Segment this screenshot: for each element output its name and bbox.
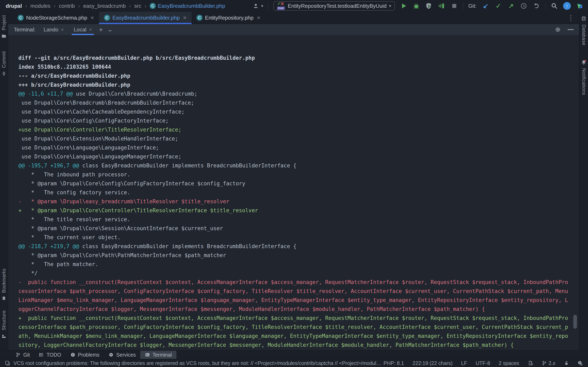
close-icon[interactable]: ×	[61, 26, 64, 33]
terminal-line: * The path matcher.	[18, 260, 576, 269]
git-branch-widget[interactable]: 2.x	[542, 360, 555, 366]
run-button[interactable]	[400, 2, 407, 10]
breadcrumb-root[interactable]: drupal	[6, 3, 22, 9]
breadcrumb-item[interactable]: easy_breadcrumb	[83, 3, 126, 9]
terminal-line: * The current user object.	[18, 233, 576, 242]
editor-tab[interactable]: C EntityRepository.php ×	[191, 12, 265, 24]
right-toolwindow-stripe: Database Notifications	[579, 12, 588, 350]
breadcrumb-item[interactable]: src	[134, 3, 141, 9]
breadcrumb-item[interactable]: contrib	[59, 3, 75, 9]
terminal-line: @@ -11,6 +11,7 @@ use Drupal\Core\Breadc…	[18, 89, 576, 98]
editor-tab-bar: C NodeStorageSchema.php × C EasyBreadcru…	[8, 12, 579, 24]
terminal-line: use Drupal\Core\Extension\ModuleHandlerI…	[18, 134, 576, 143]
gear-icon[interactable]	[555, 27, 561, 33]
encoding-widget[interactable]: UTF-8	[476, 360, 490, 366]
terminal-line: +use Drupal\Core\Controller\TitleResolve…	[18, 125, 576, 134]
terminal-scrollbar[interactable]	[573, 315, 577, 329]
remote-debug-button[interactable]	[438, 2, 445, 10]
close-icon[interactable]: ×	[183, 14, 187, 21]
toolwindow-switcher-icon[interactable]	[5, 360, 10, 366]
php-version-widget[interactable]: PHP: 8.1	[384, 360, 404, 366]
git-rollback-button[interactable]	[532, 2, 540, 10]
editor-tab[interactable]: C NodeStorageSchema.php ×	[13, 12, 99, 24]
left-toolwindow-stripe: Project Commit Bookmarks	[0, 12, 8, 350]
folder-icon	[1, 33, 7, 39]
git-actions-label: Git:	[468, 3, 476, 9]
help-settings-icon[interactable]: ?	[577, 360, 583, 366]
terminal-line: cessorInterface $path_processor, ConfigF…	[18, 323, 576, 332]
git-update-button[interactable]: ↙	[482, 2, 490, 10]
toolwindow-button-structure[interactable]: Structure	[1, 310, 7, 339]
php-class-icon: C	[104, 15, 110, 21]
terminal-line: @@ -195,7 +196,7 @@ class EasyBreadcrumb…	[18, 161, 576, 170]
commit-icon	[1, 71, 7, 76]
update-available-button[interactable]: ↑	[563, 2, 571, 10]
terminal-toolwindow-header: Terminal: Lando × Local × +	[8, 24, 579, 35]
stop-button[interactable]	[450, 2, 458, 10]
todo-list-icon	[39, 352, 44, 358]
toolbar-actions: ▾ ✓✕PHP EntityRepositoryTest.testloadEnt…	[252, 1, 584, 11]
status-bar: VCS root configuration problems: The fol…	[0, 359, 588, 367]
terminal-line: ath, MenuLinkManager $menu_link_manager,…	[18, 332, 576, 341]
git-push-button[interactable]: ↗	[507, 2, 515, 10]
terminal-line: * @param \Drupal\Core\Config\ConfigFacto…	[18, 179, 576, 188]
toolwindow-bar-problems[interactable]: Problems	[66, 351, 104, 359]
ide-gem-icon[interactable]	[576, 2, 584, 10]
breadcrumb-file[interactable]: C EasyBreadcrumbBuilder.php	[150, 3, 225, 9]
toolwindow-button-bookmarks[interactable]: Bookmarks	[1, 268, 7, 301]
terminal-icon	[145, 352, 150, 358]
chevron-down-icon[interactable]: ⌄	[107, 26, 113, 33]
indent-widget[interactable]: 2 spaces	[499, 360, 519, 366]
close-icon[interactable]: ×	[257, 14, 260, 21]
search-everywhere-button[interactable]	[550, 2, 558, 10]
toolbar-separator	[463, 2, 463, 9]
terminal-line: use Drupal\Core\Language\LanguageManager…	[18, 152, 576, 161]
terminal-line: $this->context = $context;	[18, 350, 576, 350]
terminal-line: use Drupal\Core\Breadcrumb\BreadcrumbBui…	[18, 98, 576, 107]
toolwindow-button-project[interactable]: Project	[1, 15, 7, 39]
user-account-button[interactable]: ▾	[252, 2, 263, 10]
debug-button[interactable]	[412, 2, 420, 10]
terminal-tab[interactable]: Local ×	[71, 24, 95, 35]
more-options-icon[interactable]: ⋮	[562, 14, 579, 22]
terminal-line: diff --git a/src/EasyBreadcrumbBuilder.p…	[18, 53, 576, 62]
caret-position-widget[interactable]: 222:19 (22 chars)	[413, 360, 453, 366]
line-ending-widget[interactable]: LF	[461, 360, 467, 366]
toolwindow-bar-terminal[interactable]: Terminal	[140, 351, 176, 359]
close-icon[interactable]: ×	[90, 14, 94, 21]
toolwindow-bar-todo[interactable]: TODO	[34, 351, 66, 359]
terminal-tab[interactable]: Lando ×	[41, 24, 67, 35]
toolwindow-button-notifications[interactable]: Notifications	[581, 59, 587, 95]
minimize-icon[interactable]	[568, 29, 574, 30]
lock-icon[interactable]	[564, 361, 569, 366]
main-toolbar: drupal › modules › contrib › easy_brea	[0, 0, 588, 12]
breadcrumb-item[interactable]: modules	[30, 3, 51, 9]
git-branch-icon	[542, 360, 547, 366]
chevron-right-icon: ›	[129, 3, 131, 9]
svg-text:?: ?	[579, 361, 580, 364]
terminal-line: use Drupal\Core\Language\LanguageInterfa…	[18, 143, 576, 152]
git-history-icon[interactable]	[520, 2, 527, 10]
terminal-line: cessorInterface $path_processor, ConfigF…	[18, 287, 576, 296]
terminal-line: * The title resolver service.	[18, 215, 576, 224]
toolwindow-bar-git[interactable]: Git	[11, 351, 34, 359]
vcs-status-message[interactable]: VCS root configuration problems: The fol…	[13, 360, 384, 366]
terminal-line: LinkManager $menu_link_manager, Language…	[18, 296, 576, 305]
structure-icon	[1, 333, 7, 339]
toolwindow-button-commit[interactable]: Commit	[1, 51, 7, 76]
coverage-button[interactable]	[425, 2, 433, 10]
new-terminal-button[interactable]: +	[99, 26, 103, 34]
terminal-line: */	[18, 269, 576, 278]
git-commit-button[interactable]: ✓	[494, 2, 502, 10]
terminal-line: sitory, LoggerChannelFactoryInterface $l…	[18, 341, 576, 350]
interpreter-settings-icon[interactable]	[528, 360, 533, 366]
editor-tab[interactable]: C EasyBreadcrumbBuilder.php ×	[99, 12, 191, 24]
breadcrumb-items: modules › contrib › easy_breadcrumb ›	[30, 3, 146, 9]
toolwindow-bar-services[interactable]: Services	[104, 351, 140, 359]
toolwindow-bar: Git TODO Problems Services Terminal	[0, 350, 588, 359]
terminal-line: + public function __construct(RequestCon…	[18, 314, 576, 323]
terminal-panel[interactable]: diff --git a/src/EasyBreadcrumbBuilder.p…	[8, 35, 579, 350]
run-configuration-select[interactable]: ✓✕PHP EntityRepositoryTest.testloadEntit…	[273, 1, 395, 11]
close-icon[interactable]: ×	[89, 26, 92, 33]
toolwindow-button-database[interactable]: Database	[581, 16, 587, 45]
